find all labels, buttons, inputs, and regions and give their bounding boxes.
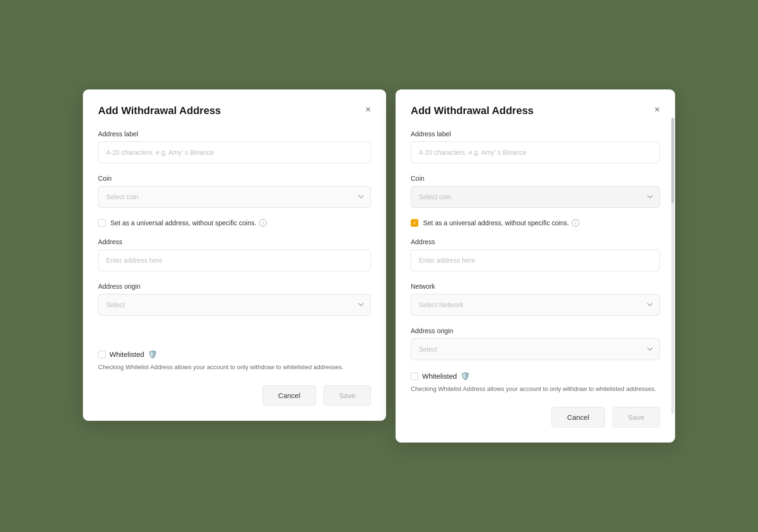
right-save-button[interactable]: Save bbox=[613, 407, 660, 427]
left-whitelist-desc: Checking Whitelist Address allows your a… bbox=[98, 363, 371, 372]
left-universal-label: Set as a universal address, without spec… bbox=[110, 219, 267, 227]
right-whitelist-section: Whitelisted 🛡️ Checking Whitelist Addres… bbox=[411, 372, 660, 394]
right-universal-label: Set as a universal address, without spec… bbox=[423, 219, 579, 227]
right-address-label: Address bbox=[411, 238, 660, 246]
right-modal-scrollbar-thumb bbox=[671, 118, 674, 203]
right-modal-scrollbar[interactable] bbox=[671, 118, 674, 414]
left-address-label-group: Address label bbox=[98, 130, 371, 163]
right-modal-title: Add Withdrawal Address bbox=[411, 105, 660, 117]
right-coin-label: Coin bbox=[411, 175, 660, 182]
right-coin-select[interactable]: Select coin bbox=[411, 186, 660, 208]
left-whitelist-checkbox[interactable] bbox=[98, 351, 106, 358]
right-network-group: Network Select Network bbox=[411, 283, 660, 316]
right-modal-close-button[interactable]: × bbox=[652, 103, 662, 116]
left-coin-group: Coin Select coin bbox=[98, 175, 371, 208]
left-cancel-button[interactable]: Cancel bbox=[262, 385, 316, 406]
right-address-label-text: Address label bbox=[411, 130, 660, 138]
left-address-label: Address bbox=[98, 238, 371, 246]
left-address-group: Address bbox=[98, 238, 371, 271]
left-address-label-text: Address label bbox=[98, 130, 371, 138]
right-address-origin-select[interactable]: Select bbox=[411, 338, 660, 360]
right-whitelist-checkbox[interactable] bbox=[411, 372, 418, 380]
right-address-input[interactable] bbox=[411, 249, 660, 271]
left-whitelist-section: Whitelisted 🛡️ Checking Whitelist Addres… bbox=[98, 350, 371, 372]
right-cancel-button[interactable]: Cancel bbox=[551, 407, 605, 427]
right-shield-icon: 🛡️ bbox=[460, 372, 470, 381]
left-universal-checkbox-row: Set as a universal address, without spec… bbox=[98, 219, 371, 227]
right-address-label-group: Address label bbox=[411, 130, 660, 163]
left-address-origin-group: Address origin Select bbox=[98, 283, 371, 316]
right-whitelist-row: Whitelisted 🛡️ bbox=[411, 372, 660, 381]
right-coin-group: Coin Select coin bbox=[411, 175, 660, 208]
left-save-button[interactable]: Save bbox=[324, 385, 371, 406]
right-address-label-input[interactable] bbox=[411, 142, 660, 163]
left-address-origin-select[interactable]: Select bbox=[98, 294, 371, 316]
left-whitelist-row: Whitelisted 🛡️ bbox=[98, 350, 371, 359]
left-address-label-input[interactable] bbox=[98, 142, 371, 163]
right-modal-footer: Cancel Save bbox=[411, 407, 660, 427]
right-whitelist-label: Whitelisted bbox=[422, 372, 457, 380]
right-whitelist-desc: Checking Whitelist Address allows your a… bbox=[411, 384, 660, 394]
left-universal-checkbox[interactable] bbox=[98, 219, 106, 227]
left-modal-title: Add Withdrawal Address bbox=[98, 105, 371, 117]
left-address-input[interactable] bbox=[98, 249, 371, 271]
right-address-origin-label: Address origin bbox=[411, 327, 660, 335]
right-universal-checkbox-row: ✓ Set as a universal address, without sp… bbox=[411, 219, 660, 227]
right-address-origin-group: Address origin Select bbox=[411, 327, 660, 360]
left-whitelist-label: Whitelisted bbox=[109, 350, 144, 358]
right-network-label: Network bbox=[411, 283, 660, 290]
left-modal: Add Withdrawal Address × Address label C… bbox=[83, 89, 386, 421]
left-coin-select[interactable]: Select coin bbox=[98, 186, 371, 208]
left-shield-icon: 🛡️ bbox=[148, 350, 157, 359]
left-modal-footer: Cancel Save bbox=[98, 385, 371, 406]
right-modal: Add Withdrawal Address × Address label C… bbox=[396, 89, 675, 443]
right-universal-checkbox[interactable]: ✓ bbox=[411, 219, 418, 227]
left-coin-label: Coin bbox=[98, 175, 371, 182]
right-address-group: Address bbox=[411, 238, 660, 271]
right-network-select[interactable]: Select Network bbox=[411, 294, 660, 316]
left-universal-info-icon[interactable]: i bbox=[259, 219, 267, 227]
left-modal-close-button[interactable]: × bbox=[363, 103, 373, 116]
right-universal-info-icon[interactable]: i bbox=[572, 219, 579, 227]
left-address-origin-label: Address origin bbox=[98, 283, 371, 290]
